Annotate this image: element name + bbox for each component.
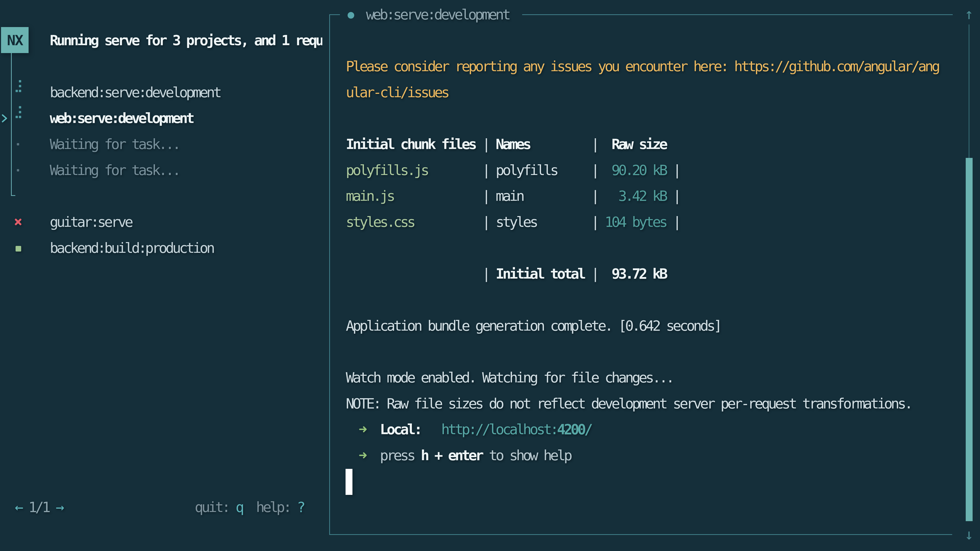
tasks-title: Running serve for 3 projects, and 1 requ xyxy=(50,27,322,53)
output-box-border-top xyxy=(522,14,953,15)
output-line-issues-2: ular-cli/issues xyxy=(346,79,448,105)
keyboard-hints: quit: q help: ? xyxy=(195,494,304,520)
output-title-dot-icon xyxy=(348,12,354,19)
task-success-square-icon xyxy=(16,246,21,251)
spinner-icon xyxy=(16,80,22,92)
output-table-row-polyfills: polyfills.js | polyfills | 90.20 kB | xyxy=(346,157,679,183)
selected-task-chevron-icon xyxy=(2,114,8,123)
task-row-waiting-1: Waiting for task... xyxy=(50,131,179,157)
scrollbar-track[interactable] xyxy=(969,24,969,158)
task-row-web-serve-selected[interactable]: web:serve:development xyxy=(50,105,193,131)
waiting-dot-icon xyxy=(17,143,19,145)
output-line-press-help: press h + enter to show help xyxy=(346,442,571,468)
output-line-watch-mode: Watch mode enabled. Watching for file ch… xyxy=(346,365,673,391)
output-table-row-styles: styles.css | styles | 104 bytes | xyxy=(346,209,679,235)
terminal-cursor xyxy=(345,469,352,495)
output-box-border-top-stub xyxy=(329,14,340,15)
tree-line-vertical xyxy=(11,53,12,196)
output-line-local-url[interactable]: Local: http://localhost:4200/ xyxy=(346,416,591,442)
task-failed-cross-icon xyxy=(14,218,22,226)
output-line-bundle-complete: Application bundle generation complete. … xyxy=(346,313,721,339)
output-table-header: Initial chunk files | Names | Raw size xyxy=(346,131,666,157)
nx-logo: NX xyxy=(1,27,29,53)
output-panel-title: web:serve:development xyxy=(366,2,509,27)
nx-logo-label: NX xyxy=(7,32,22,48)
pager[interactable]: ← 1/1 → xyxy=(15,494,62,520)
scroll-down-arrow-icon[interactable]: ↓ xyxy=(963,526,975,543)
task-row-backend-build[interactable]: backend:build:production xyxy=(50,235,213,261)
spinner-icon xyxy=(16,106,22,118)
terminal-screen: NX Running serve for 3 projects, and 1 r… xyxy=(0,0,980,551)
output-line-note: NOTE: Raw file sizes do not reflect deve… xyxy=(346,391,912,416)
task-row-backend-serve[interactable]: backend:serve:development xyxy=(50,79,220,105)
output-box-border-bottom xyxy=(329,534,952,535)
output-box-border-left xyxy=(329,14,330,535)
tree-line-corner xyxy=(11,195,15,196)
waiting-dot-icon xyxy=(17,169,19,171)
output-line-issues-1: Please consider reporting any issues you… xyxy=(346,53,939,79)
scroll-up-arrow-icon[interactable]: ↑ xyxy=(963,5,975,23)
scrollbar-thumb[interactable] xyxy=(966,158,973,521)
output-table-total: | Initial total | 93.72 kB xyxy=(346,261,666,287)
task-row-waiting-2: Waiting for task... xyxy=(50,157,179,183)
task-row-guitar-serve[interactable]: guitar:serve xyxy=(50,209,131,235)
output-table-row-main: main.js | main | 3.42 kB | xyxy=(346,183,679,209)
